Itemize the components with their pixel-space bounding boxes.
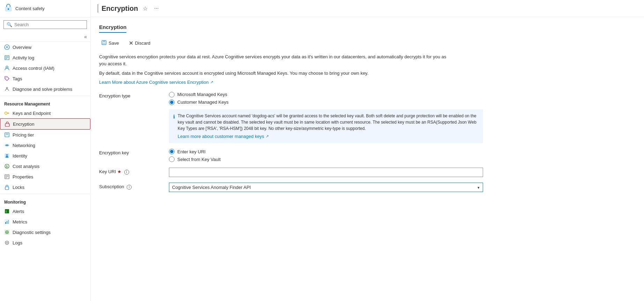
svg-point-1 [8, 8, 9, 10]
header-divider [98, 4, 98, 13]
metrics-icon [4, 219, 10, 225]
svg-point-36 [6, 242, 8, 243]
sidebar-item-metrics[interactable]: Metrics [0, 216, 90, 227]
more-options-button[interactable]: ··· [153, 5, 160, 12]
sidebar: Content safety 🔍 « Overview Activity log… [0, 0, 91, 301]
sidebar-item-networking[interactable]: Networking [0, 140, 90, 150]
sidebar-item-properties[interactable]: Properties [0, 171, 90, 182]
svg-point-9 [6, 78, 7, 78]
sidebar-item-tags[interactable]: Tags [0, 73, 90, 84]
sidebar-item-diagnostic-settings[interactable]: Diagnostic settings [0, 227, 90, 237]
page-header: Encryption ☆ ··· [91, 0, 644, 17]
overview-icon [4, 44, 10, 50]
search-input[interactable] [14, 22, 84, 27]
svg-rect-39 [103, 43, 105, 44]
customer-managed-label: Customer Managed Keys [177, 100, 229, 105]
subscription-select[interactable]: Cognitive Services Anomaly Finder API [169, 183, 483, 192]
pricing-tier-label: Pricing tier [13, 132, 34, 138]
enter-key-uri-radio[interactable] [169, 149, 175, 154]
key-uri-row: Key URI ★ i [99, 168, 636, 177]
sidebar-item-diagnose[interactable]: Diagnose and solve problems [0, 84, 90, 94]
cost-analysis-icon: $ [4, 163, 10, 169]
sidebar-item-pricing-tier[interactable]: Pricing tier [0, 130, 90, 140]
svg-rect-38 [103, 41, 105, 42]
sidebar-item-encryption[interactable]: Encryption [0, 118, 90, 130]
sidebar-item-keys-endpoint[interactable]: Keys and Endpoint [0, 108, 90, 118]
key-uri-input-wrapper [169, 168, 483, 177]
select-key-vault-option[interactable]: Select from Key Vault [169, 156, 221, 162]
keys-endpoint-label: Keys and Endpoint [13, 111, 51, 116]
sidebar-item-overview[interactable]: Overview [0, 42, 90, 52]
learn-more-encryption-text: Learn More about Azure Cognitive service… [99, 80, 209, 85]
encryption-label: Encryption [13, 122, 34, 127]
svg-rect-31 [8, 220, 9, 224]
sidebar-item-alerts[interactable]: ! Alerts [0, 206, 90, 216]
encryption-key-controls: Enter key URI Select from Key Vault [169, 149, 221, 162]
top-nav: Overview Activity log Access control (IA… [0, 42, 90, 94]
networking-icon [4, 142, 10, 148]
select-key-vault-radio[interactable] [169, 156, 175, 162]
svg-point-3 [6, 46, 8, 48]
key-uri-required: ★ [117, 169, 121, 174]
properties-icon [4, 174, 10, 179]
discard-button[interactable]: ✕ Discard [127, 39, 153, 48]
customer-managed-radio[interactable] [169, 100, 175, 105]
sidebar-item-locks[interactable]: Locks [0, 182, 90, 192]
subscription-info-icon[interactable]: i [127, 185, 132, 190]
svg-point-18 [6, 154, 8, 156]
enter-key-uri-option[interactable]: Enter key URI [169, 149, 221, 154]
sidebar-item-logs[interactable]: Logs [0, 237, 90, 248]
metrics-label: Metrics [13, 219, 27, 225]
encryption-type-controls: Microsoft Managed Keys Customer Managed … [169, 92, 483, 144]
access-control-icon [4, 65, 10, 71]
save-button[interactable]: Save [99, 38, 121, 48]
pricing-tier-icon [4, 132, 10, 138]
page-title: Encryption [102, 5, 138, 13]
sidebar-item-activity-log[interactable]: Activity log [0, 52, 90, 63]
sidebar-item-identity[interactable]: Identity [0, 150, 90, 161]
favorite-button[interactable]: ☆ [141, 5, 149, 13]
svg-point-10 [6, 87, 8, 89]
learn-more-cmk-text: Learn more about customer managed keys [178, 133, 264, 140]
sidebar-item-cost-analysis[interactable]: $ Cost analysis [0, 161, 90, 171]
key-uri-input[interactable] [169, 168, 483, 177]
access-control-label: Access control (IAM) [13, 66, 54, 71]
key-uri-label: Key URI ★ i [99, 168, 155, 175]
content-section-title: Encryption [99, 24, 126, 33]
microsoft-managed-option[interactable]: Microsoft Managed Keys [169, 92, 483, 97]
description-line1: Cognitive services encryption protects y… [99, 53, 448, 67]
diagnostic-settings-label: Diagnostic settings [13, 230, 51, 235]
sidebar-item-access-control[interactable]: Access control (IAM) [0, 63, 90, 73]
divider-monitoring [0, 194, 90, 194]
enter-key-uri-label: Enter key URI [177, 149, 206, 154]
encryption-icon [5, 121, 10, 127]
networking-label: Networking [13, 143, 35, 148]
alerts-icon: ! [4, 208, 10, 214]
diagnostic-settings-icon [4, 229, 10, 235]
subscription-select-wrapper: Cognitive Services Anomaly Finder API ▾ [169, 183, 483, 192]
search-box[interactable]: 🔍 [3, 20, 87, 29]
svg-point-35 [5, 241, 9, 244]
svg-text:!: ! [6, 210, 7, 213]
svg-rect-30 [7, 221, 7, 224]
activity-log-icon [4, 55, 10, 60]
info-icon: ℹ [173, 113, 175, 140]
select-key-vault-label: Select from Key Vault [177, 157, 221, 162]
learn-more-encryption-link[interactable]: Learn More about Azure Cognitive service… [99, 80, 213, 85]
identity-label: Identity [13, 153, 27, 159]
properties-label: Properties [13, 174, 33, 179]
diagnose-label: Diagnose and solve problems [13, 87, 72, 92]
svg-text:$: $ [6, 165, 8, 168]
diagnose-icon [4, 86, 10, 92]
learn-more-cmk-link[interactable]: Learn more about customer managed keys ↗ [178, 133, 269, 140]
customer-managed-option[interactable]: Customer Managed Keys [169, 100, 483, 105]
svg-point-11 [5, 112, 7, 115]
save-label: Save [109, 41, 119, 46]
collapse-button[interactable]: « [0, 32, 90, 42]
key-uri-info-icon[interactable]: i [124, 170, 129, 175]
microsoft-managed-radio[interactable] [169, 92, 175, 97]
learn-more-encryption-icon: ↗ [210, 80, 213, 85]
encryption-type-row: Encryption type Microsoft Managed Keys C… [99, 92, 636, 144]
toolbar: Save ✕ Discard [99, 38, 636, 48]
subscription-row: Subscription i Cognitive Services Anomal… [99, 183, 636, 192]
